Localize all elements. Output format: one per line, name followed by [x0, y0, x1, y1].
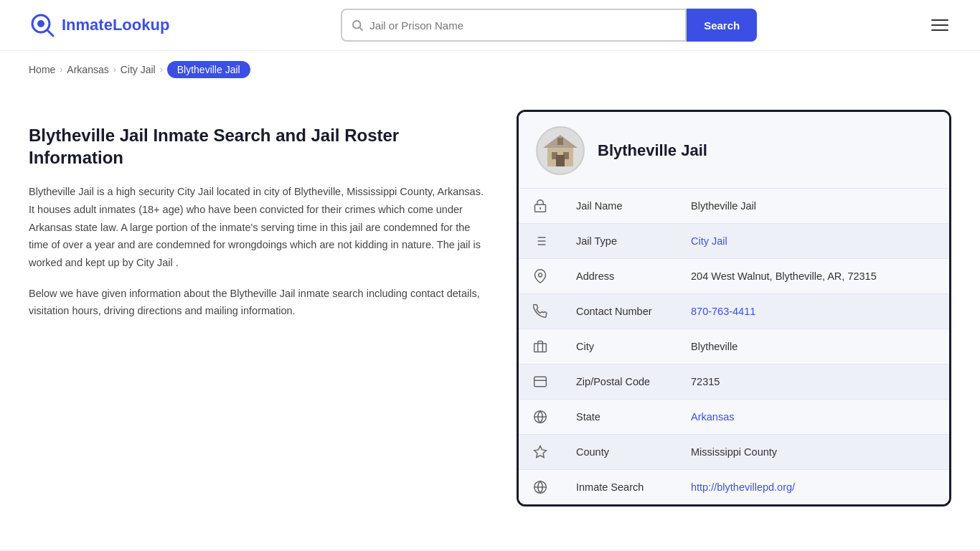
page-title: Blytheville Jail Inmate Search and Jail … [29, 124, 488, 169]
card-header: Blytheville Jail [519, 112, 949, 189]
svg-point-19 [539, 273, 542, 277]
main-content: Blytheville Jail Inmate Search and Jail … [0, 88, 980, 535]
phone-icon [519, 294, 562, 329]
table-row: StateArkansas [519, 400, 949, 435]
table-row: Address204 West Walnut, Blytheville, AR,… [519, 259, 949, 294]
row-label: State [562, 400, 677, 435]
svg-point-3 [353, 21, 361, 29]
logo-text: InmateLookup [62, 16, 169, 34]
row-label: Contact Number [562, 294, 677, 329]
left-column: Blytheville Jail Inmate Search and Jail … [29, 110, 488, 507]
search-button[interactable]: Search [687, 9, 757, 42]
web-icon [519, 470, 562, 505]
svg-rect-8 [556, 155, 565, 166]
breadcrumb-sep: › [160, 65, 163, 75]
row-value[interactable]: City Jail [677, 224, 949, 259]
menu-button[interactable] [928, 17, 951, 34]
breadcrumb: Home › Arkansas › City Jail › Blythevill… [0, 51, 980, 88]
table-row: CountyMississippi County [519, 435, 949, 470]
svg-marker-25 [534, 446, 547, 458]
card-jail-name: Blytheville Jail [598, 141, 707, 160]
type-icon [519, 224, 562, 259]
search-input[interactable] [369, 19, 677, 32]
row-value[interactable]: 870-763-4411 [677, 294, 949, 329]
header: InmateLookup Search [0, 0, 980, 51]
row-label: City [562, 329, 677, 364]
breadcrumb-sep: › [113, 65, 116, 75]
location-icon [519, 259, 562, 294]
row-label: County [562, 435, 677, 470]
row-value[interactable]: http://blythevillepd.org/ [677, 470, 949, 505]
row-value: Blytheville Jail [677, 189, 949, 224]
globe-icon [519, 400, 562, 435]
table-row: Jail TypeCity Jail [519, 224, 949, 259]
breadcrumb-home[interactable]: Home [29, 64, 55, 75]
row-link[interactable]: 870-763-4411 [691, 306, 755, 317]
hamburger-icon [931, 29, 948, 31]
search-area: Search [341, 9, 757, 42]
city-icon [519, 329, 562, 364]
logo-area[interactable]: InmateLookup [29, 11, 169, 39]
svg-rect-21 [534, 377, 547, 386]
breadcrumb-type[interactable]: City Jail [121, 64, 156, 75]
page-description-2: Below we have given information about th… [29, 285, 488, 320]
svg-rect-10 [557, 138, 563, 145]
hamburger-icon [931, 19, 948, 21]
search-wrapper [341, 9, 687, 42]
svg-rect-20 [534, 344, 547, 352]
row-link[interactable]: City Jail [691, 235, 727, 247]
row-link[interactable]: Arkansas [691, 411, 734, 423]
breadcrumb-state[interactable]: Arkansas [67, 64, 108, 75]
jail-icon [519, 189, 562, 224]
row-value: Mississippi County [677, 435, 949, 470]
row-label: Address [562, 259, 677, 294]
row-link[interactable]: http://blythevillepd.org/ [691, 481, 795, 493]
county-icon [519, 435, 562, 470]
svg-line-2 [47, 30, 53, 36]
search-icon [351, 19, 364, 32]
jail-info-card: Blytheville Jail Jail NameBlytheville Ja… [517, 110, 951, 507]
info-rows: Jail NameBlytheville JailJail TypeCity J… [519, 189, 949, 504]
page-description: Blytheville Jail is a high security City… [29, 183, 488, 271]
jail-avatar [536, 126, 585, 175]
row-label: Zip/Postal Code [562, 364, 677, 400]
logo-icon [29, 11, 56, 39]
row-label: Inmate Search [562, 470, 677, 505]
svg-line-4 [360, 27, 363, 30]
hamburger-icon [931, 24, 948, 26]
row-value: 72315 [677, 364, 949, 400]
table-row: Contact Number870-763-4411 [519, 294, 949, 329]
table-row: Inmate Searchhttp://blythevillepd.org/ [519, 470, 949, 505]
row-label: Jail Type [562, 224, 677, 259]
svg-point-1 [37, 20, 44, 27]
row-value: 204 West Walnut, Blytheville, AR, 72315 [677, 259, 949, 294]
breadcrumb-sep: › [60, 65, 62, 75]
row-value: Blytheville [677, 329, 949, 364]
table-row: Jail NameBlytheville Jail [519, 189, 949, 224]
table-row: CityBlytheville [519, 329, 949, 364]
row-value[interactable]: Arkansas [677, 400, 949, 435]
zip-icon [519, 364, 562, 400]
breadcrumb-current: Blytheville Jail [167, 61, 250, 78]
row-label: Jail Name [562, 189, 677, 224]
table-row: Zip/Postal Code72315 [519, 364, 949, 400]
info-table: Jail NameBlytheville JailJail TypeCity J… [519, 189, 949, 504]
